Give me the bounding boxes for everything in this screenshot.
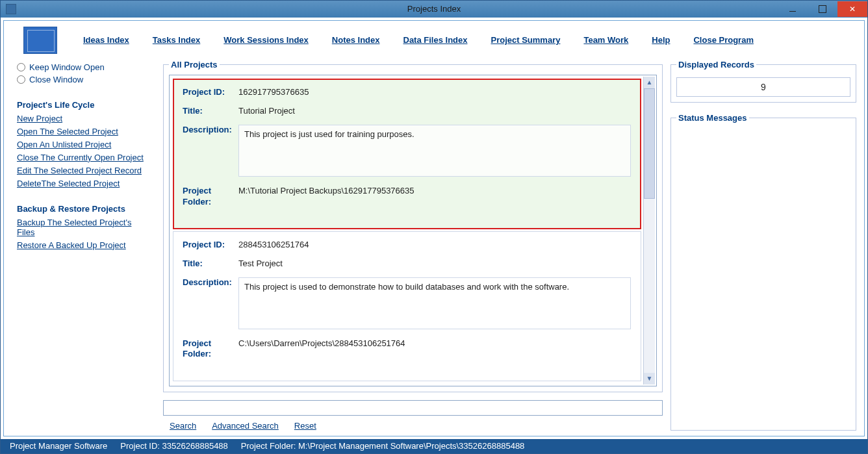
menu-notes-index[interactable]: Notes Index [332, 35, 380, 45]
project-desc-value: This project is just used for training p… [238, 125, 631, 177]
keep-window-open-radio[interactable] [17, 63, 25, 71]
close-button[interactable] [837, 1, 867, 17]
close-window-radio[interactable] [17, 75, 25, 84]
app-logo [23, 27, 57, 54]
projects-list: Project ID: 162917795376635 Title: Tutor… [171, 77, 643, 385]
menu-help[interactable]: Help [652, 35, 670, 45]
status-app-name: Project Manager Software [10, 441, 107, 451]
scrollbar-thumb[interactable] [644, 88, 655, 199]
displayed-records-group: Displayed Records 9 [670, 60, 856, 103]
maximize-button[interactable] [808, 1, 837, 17]
project-folder-label: Project Folder: [183, 338, 238, 360]
open-unlisted-project-link[interactable]: Open An Unlisted Project [17, 140, 151, 149]
keep-window-open-label: Keep Window Open [29, 62, 105, 72]
project-title-label: Title: [183, 106, 238, 116]
all-projects-group: All Projects Project ID: 162917795376635… [163, 60, 663, 392]
app-icon [6, 4, 16, 14]
search-link[interactable]: Search [170, 421, 196, 431]
close-window-label: Close Window [29, 75, 83, 84]
search-input[interactable] [163, 400, 663, 416]
edit-selected-project-link[interactable]: Edit The Selected Project Record [17, 166, 151, 175]
status-project-id: Project ID: 33526268885488 [120, 441, 228, 451]
backup-selected-link[interactable]: Backup The Selected Project's Files [17, 218, 151, 237]
project-title-value: Tutorial Project [238, 106, 295, 116]
close-current-project-link[interactable]: Close The Currently Open Project [17, 153, 151, 162]
scroll-up-icon[interactable]: ▲ [644, 77, 655, 88]
status-messages-legend: Status Messages [676, 113, 749, 123]
menu-project-summary[interactable]: Project Summary [491, 35, 560, 45]
displayed-records-legend: Displayed Records [676, 60, 756, 69]
menu-team-work[interactable]: Team Work [583, 35, 628, 45]
project-folder-label: Project Folder: [183, 186, 238, 208]
status-project-folder: Project Folder: M:\Project Management So… [241, 441, 525, 451]
delete-selected-project-link[interactable]: DeleteThe Selected Project [17, 179, 151, 188]
projects-scrollbar[interactable]: ▲ ▼ [643, 77, 655, 385]
menubar: Ideas Index Tasks Index Work Sessions In… [4, 21, 864, 60]
status-messages-area [676, 128, 850, 407]
menu-ideas-index[interactable]: Ideas Index [83, 35, 129, 45]
sidebar: Keep Window Open Close Window Project's … [4, 60, 157, 436]
restore-backup-link[interactable]: Restore A Backed Up Project [17, 240, 151, 250]
project-id-value: 162917795376635 [238, 87, 309, 97]
project-id-label: Project ID: [183, 87, 238, 97]
scroll-down-icon[interactable]: ▼ [644, 373, 655, 385]
status-messages-group: Status Messages [670, 113, 856, 431]
project-card[interactable]: Project ID: 162917795376635 Title: Tutor… [173, 79, 641, 229]
statusbar: Project Manager Software Project ID: 335… [1, 439, 867, 453]
all-projects-legend: All Projects [169, 60, 220, 69]
menu-data-files-index[interactable]: Data Files Index [403, 35, 468, 45]
project-desc-value: This project is used to demonstrate how … [238, 277, 631, 329]
advanced-search-link[interactable]: Advanced Search [212, 421, 279, 431]
project-desc-label: Description: [183, 125, 238, 177]
project-id-value: 288453106251764 [238, 240, 309, 249]
menu-close-program[interactable]: Close Program [693, 35, 753, 45]
life-cycle-heading: Project's Life Cycle [17, 100, 151, 110]
project-title-label: Title: [183, 259, 238, 268]
titlebar: Projects Index [1, 1, 867, 18]
menu-tasks-index[interactable]: Tasks Index [153, 35, 200, 45]
displayed-records-count: 9 [676, 77, 850, 97]
open-selected-project-link[interactable]: Open The Selected Project [17, 127, 151, 136]
project-desc-label: Description: [183, 277, 238, 329]
minimize-button[interactable] [778, 1, 808, 17]
backup-heading: Backup & Restore Projects [17, 204, 151, 214]
menu-work-sessions-index[interactable]: Work Sessions Index [223, 35, 309, 45]
project-card[interactable]: Project ID: 288453106251764 Title: Test … [173, 231, 641, 382]
window-controls [778, 1, 867, 17]
project-title-value: Test Project [238, 259, 283, 268]
project-folder-value: M:\Tutorial Project Backups\162917795376… [238, 186, 415, 208]
reset-link[interactable]: Reset [294, 421, 316, 431]
project-id-label: Project ID: [183, 240, 238, 249]
project-folder-value: C:\Users\Darren\Projects\288453106251764 [238, 338, 405, 360]
new-project-link[interactable]: New Project [17, 114, 151, 123]
window-title: Projects Index [407, 4, 461, 14]
